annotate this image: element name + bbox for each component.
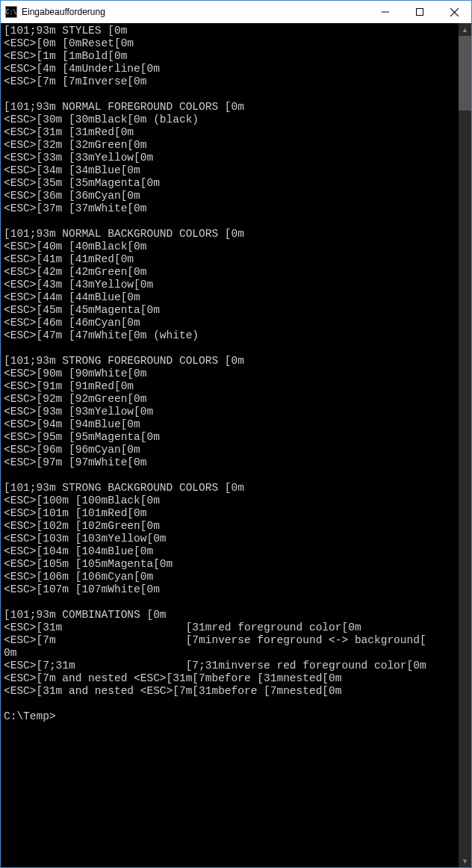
- terminal-line: <ESC>[102m [102mGreen[0m: [4, 520, 456, 533]
- titlebar[interactable]: C:\ Eingabeaufforderung: [1, 1, 471, 23]
- terminal-line: [101;93m STRONG BACKGROUND COLORS [0m: [4, 482, 456, 495]
- terminal-line: <ESC>[33m [33mYellow[0m: [4, 152, 456, 164]
- terminal-blank-line: [4, 469, 456, 482]
- svg-rect-1: [417, 9, 423, 16]
- terminal-blank-line: [4, 342, 456, 355]
- terminal-line: <ESC>[7m [7mInverse[0m: [4, 75, 456, 88]
- terminal-blank-line: [4, 698, 456, 710]
- terminal-line: <ESC>[105m [105mMagenta[0m: [4, 558, 456, 571]
- terminal-line: <ESC>[31m [31mRed[0m: [4, 126, 456, 139]
- terminal-line: <ESC>[0m [0mReset[0m: [4, 37, 456, 50]
- terminal-line: <ESC>[101m [101mRed[0m: [4, 507, 456, 520]
- terminal-line: <ESC>[41m [41mRed[0m: [4, 253, 456, 266]
- terminal-line: <ESC>[46m [46mCyan[0m: [4, 317, 456, 329]
- terminal-line: <ESC>[36m [36mCyan[0m: [4, 190, 456, 202]
- terminal-line: <ESC>[93m [93mYellow[0m: [4, 406, 456, 418]
- terminal-line: C:\Temp>: [4, 710, 456, 723]
- terminal-output[interactable]: [101;93m STYLES [0m<ESC>[0m [0mReset[0m<…: [1, 23, 459, 867]
- terminal-line: <ESC>[45m [45mMagenta[0m: [4, 304, 456, 317]
- terminal-line: <ESC>[104m [104mBlue[0m: [4, 545, 456, 558]
- terminal-line: <ESC>[4m [4mUnderline[0m: [4, 63, 456, 75]
- close-button[interactable]: [437, 1, 471, 23]
- terminal-line: <ESC>[30m [30mBlack[0m (black): [4, 114, 456, 126]
- terminal-line: <ESC>[35m [35mMagenta[0m: [4, 177, 456, 190]
- terminal-line: <ESC>[100m [100mBlack[0m: [4, 495, 456, 507]
- terminal-line: <ESC>[43m [43mYellow[0m: [4, 279, 456, 291]
- terminal-line: <ESC>[1m [1mBold[0m: [4, 50, 456, 63]
- terminal-line: <ESC>[34m [34mBlue[0m: [4, 164, 456, 177]
- terminal-line: <ESC>[7m [7minverse foreground <-> backg…: [4, 634, 456, 647]
- scrollbar[interactable]: ▲ ▼: [459, 23, 471, 867]
- terminal-line: <ESC>[107m [107mWhite[0m: [4, 583, 456, 596]
- scroll-up-button[interactable]: ▲: [459, 23, 471, 36]
- terminal-line: <ESC>[40m [40mBlack[0m: [4, 241, 456, 253]
- window-title: Eingabeaufforderung: [22, 7, 368, 17]
- terminal-blank-line: [4, 215, 456, 228]
- terminal-line: <ESC>[103m [103mYellow[0m: [4, 533, 456, 545]
- scroll-thumb[interactable]: [459, 36, 471, 111]
- terminal-line: [101;93m COMBINATIONS [0m: [4, 609, 456, 621]
- terminal-line: <ESC>[31m and nested <ESC>[7m[31mbefore …: [4, 685, 456, 698]
- terminal-line: <ESC>[31m [31mred foreground color[0m: [4, 621, 456, 634]
- terminal-line: <ESC>[37m [37mWhite[0m: [4, 202, 456, 215]
- terminal-line: <ESC>[44m [44mBlue[0m: [4, 291, 456, 304]
- terminal-line: <ESC>[96m [96mCyan[0m: [4, 444, 456, 456]
- terminal-line: <ESC>[7m and nested <ESC>[31m[7mbefore […: [4, 672, 456, 685]
- minimize-button[interactable]: [368, 1, 403, 23]
- terminal-line: <ESC>[32m [32mGreen[0m: [4, 139, 456, 152]
- terminal-blank-line: [4, 88, 456, 101]
- window-buttons: [368, 1, 471, 23]
- terminal-line: <ESC>[97m [97mWhite[0m: [4, 456, 456, 469]
- terminal-line: <ESC>[95m [95mMagenta[0m: [4, 431, 456, 444]
- terminal-line: <ESC>[42m [42mGreen[0m: [4, 266, 456, 279]
- terminal-line: <ESC>[7;31m [7;31minverse red foreground…: [4, 660, 456, 672]
- terminal-line: <ESC>[94m [94mBlue[0m: [4, 418, 456, 431]
- terminal-line: [101;93m NORMAL BACKGROUND COLORS [0m: [4, 228, 456, 241]
- terminal-line: [101;93m NORMAL FOREGROUND COLORS [0m: [4, 101, 456, 114]
- terminal-line: <ESC>[90m [90mWhite[0m: [4, 368, 456, 380]
- terminal-line: <ESC>[106m [106mCyan[0m: [4, 571, 456, 583]
- scroll-down-button[interactable]: ▼: [459, 855, 471, 867]
- terminal-blank-line: [4, 596, 456, 609]
- terminal-line: <ESC>[91m [91mRed[0m: [4, 380, 456, 393]
- terminal-line: [101;93m STYLES [0m: [4, 25, 456, 37]
- terminal-line: <ESC>[47m [47mWhite[0m (white): [4, 329, 456, 342]
- terminal-line: [101;93m STRONG FOREGROUND COLORS [0m: [4, 355, 456, 368]
- terminal-line: <ESC>[92m [92mGreen[0m: [4, 393, 456, 406]
- terminal-line: 0m: [4, 647, 456, 660]
- terminal-area: [101;93m STYLES [0m<ESC>[0m [0mReset[0m<…: [1, 23, 471, 867]
- maximize-button[interactable]: [403, 1, 437, 23]
- cmd-icon: C:\: [5, 6, 17, 18]
